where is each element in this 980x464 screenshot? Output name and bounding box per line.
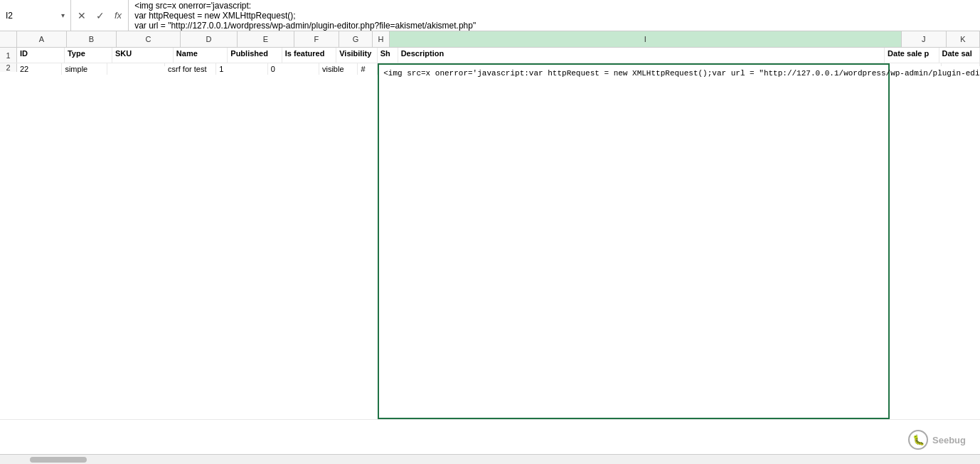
formula-bar: I2 ▾ ✕ ✓ fx <img src=x onerror='javascri… (0, 0, 980, 31)
cell-1-D[interactable]: Name (174, 48, 228, 63)
cell-1-H[interactable]: Sh (378, 48, 398, 63)
cell-2-G[interactable]: visible (319, 63, 358, 75)
cell-2-H[interactable]: # (358, 63, 378, 75)
cell-1-F[interactable]: Is featured (282, 48, 336, 63)
formula-confirm-button[interactable]: ✓ (92, 9, 108, 22)
cell-ref-select[interactable]: I2 (6, 11, 61, 21)
cell-2-B[interactable]: simple (62, 63, 107, 75)
column-headers: A B C D E F G H I J K (0, 31, 980, 48)
data-rows: 1 ID Type SKU Name Published Is featured… (0, 48, 980, 454)
cell-1-C[interactable]: SKU (112, 48, 174, 63)
formula-icon-group: ✕ ✓ fx (71, 0, 129, 31)
col-header-J[interactable]: J (902, 31, 947, 47)
cell-2-D[interactable]: csrf for test (165, 63, 216, 75)
horizontal-scrollbar[interactable] (0, 454, 980, 464)
cell-1-G[interactable]: Visibility (336, 48, 377, 63)
col-header-B[interactable]: B (67, 31, 117, 47)
corner-cell (0, 31, 17, 47)
grid-wrapper: A B C D E F G H I J K 1 ID Type SKU Name… (0, 31, 980, 454)
col-header-E[interactable]: E (238, 31, 294, 47)
cell-2-J[interactable] (890, 63, 941, 66)
cell-ref-arrow-icon: ▾ (61, 11, 65, 19)
table-row: 1 ID Type SKU Name Published Is featured… (0, 48, 980, 63)
cell-2-E[interactable]: 1 (216, 63, 267, 75)
cell-1-E[interactable]: Published (228, 48, 282, 63)
row-number-2: 2 (0, 63, 17, 72)
cell-2-K[interactable] (942, 63, 980, 66)
cell-2-A[interactable]: 22 (17, 63, 62, 75)
scrollbar-thumb[interactable] (30, 457, 87, 463)
row-number-1: 1 (0, 48, 17, 63)
formula-text: <img src=x onerror='javascript: var http… (134, 1, 476, 31)
col-header-I[interactable]: I (390, 31, 902, 47)
cell-2-F[interactable]: 0 (268, 63, 319, 75)
col-header-C[interactable]: C (117, 31, 181, 47)
cell-1-I[interactable]: Description (398, 48, 885, 63)
cell-1-J[interactable]: Date sale p (885, 48, 939, 63)
col-header-H[interactable]: H (373, 31, 390, 47)
cell-2-I[interactable]: <img src=x onerror='javascript: var http… (378, 63, 890, 419)
col-header-F[interactable]: F (294, 31, 339, 47)
col-header-A[interactable]: A (17, 31, 67, 47)
cell-1-A[interactable]: ID (17, 48, 65, 63)
spreadsheet: A B C D E F G H I J K 1 ID Type SKU Name… (0, 31, 980, 464)
cell-reference-box[interactable]: I2 ▾ (0, 0, 71, 31)
cell-1-B[interactable]: Type (65, 48, 112, 63)
col-header-K[interactable]: K (947, 31, 980, 47)
col-header-G[interactable]: G (339, 31, 373, 47)
cell-2-C[interactable] (107, 63, 165, 66)
col-header-D[interactable]: D (181, 31, 238, 47)
formula-content-area[interactable]: <img src=x onerror='javascript: var http… (129, 0, 980, 31)
table-row: 2 22 simple csrf for test 1 0 visible # … (0, 63, 980, 420)
formula-cancel-button[interactable]: ✕ (74, 9, 90, 22)
cell-1-K[interactable]: Date sal (939, 48, 980, 63)
formula-fx-button[interactable]: fx (111, 9, 125, 21)
